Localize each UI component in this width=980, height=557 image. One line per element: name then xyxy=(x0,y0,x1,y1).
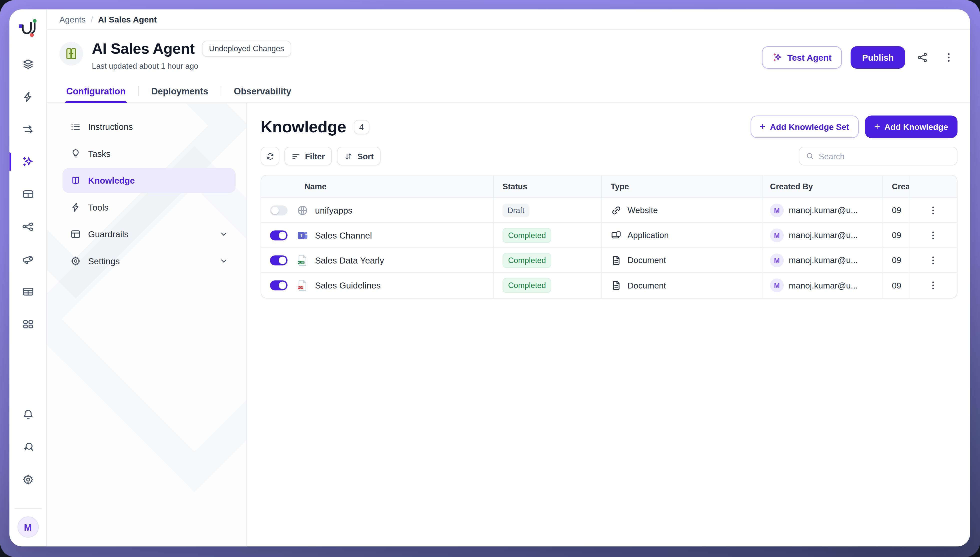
row-actions-kebab-icon[interactable] xyxy=(924,201,942,219)
column-header-name: Name xyxy=(261,176,494,197)
document-icon xyxy=(611,280,622,291)
breadcrumb-current: AI Sales Agent xyxy=(98,15,157,24)
user-avatar[interactable]: M xyxy=(17,516,39,538)
knowledge-name: unifyapps xyxy=(315,205,353,215)
panel-layout-icon[interactable] xyxy=(16,184,39,204)
table-row[interactable]: unifyapps Draft Website M xyxy=(261,198,957,223)
subnav-item-guardrails[interactable]: Guardrails xyxy=(62,222,236,247)
created-at-cell: 09 xyxy=(883,273,910,298)
megaphone-icon[interactable] xyxy=(16,249,39,269)
actions-cell xyxy=(910,223,957,248)
row-actions-kebab-icon[interactable] xyxy=(924,277,942,294)
search-box xyxy=(799,147,957,166)
layers-icon[interactable] xyxy=(16,54,39,75)
subnav-item-settings[interactable]: Settings xyxy=(62,249,236,274)
ai-agents-sparkle-icon[interactable] xyxy=(16,152,39,172)
type-label: Document xyxy=(627,281,666,290)
status-cell: Completed xyxy=(494,248,602,272)
breadcrumb-separator: / xyxy=(91,15,93,24)
search-input[interactable] xyxy=(819,151,951,161)
knowledge-name: Sales Guidelines xyxy=(315,280,381,290)
share-network-icon[interactable] xyxy=(16,217,39,237)
subnav-item-knowledge[interactable]: Knowledge xyxy=(62,168,236,193)
column-header-created-by: Created By xyxy=(763,176,883,197)
created-at-cell: 09 xyxy=(883,223,910,248)
add-knowledge-set-button[interactable]: + Add Knowledge Set xyxy=(750,116,859,138)
knowledge-enabled-toggle[interactable] xyxy=(270,255,287,265)
name-cell: XLSX Sales Data Yearly xyxy=(261,248,494,272)
link-icon xyxy=(611,205,622,216)
refresh-button[interactable] xyxy=(261,147,279,166)
knowledge-enabled-toggle[interactable] xyxy=(270,230,287,240)
desktop-backdrop: M Agents / AI Sales Agent xyxy=(0,0,980,557)
add-knowledge-button[interactable]: + Add Knowledge xyxy=(865,116,957,138)
creator-avatar: M xyxy=(770,253,784,267)
unifyapps-logo-icon[interactable] xyxy=(17,17,39,38)
application-icon xyxy=(611,230,622,241)
share-icon[interactable] xyxy=(914,49,931,66)
globe-icon xyxy=(296,204,309,216)
table-row[interactable]: PDF Sales Guidelines Completed Document xyxy=(261,273,957,298)
table-icon[interactable] xyxy=(16,282,39,302)
agent-icon xyxy=(59,42,83,66)
tab-deployments[interactable]: Deployments xyxy=(150,80,209,103)
created-by-cell: M manoj.kumar@u... xyxy=(763,223,883,248)
creator-email: manoj.kumar@u... xyxy=(789,256,858,265)
subnav-item-tools[interactable]: Tools xyxy=(62,195,236,220)
actions-cell xyxy=(910,273,957,298)
knowledge-toolbar: Filter Sort xyxy=(261,147,958,166)
filter-button[interactable]: Filter xyxy=(284,147,332,166)
subnav-label: Settings xyxy=(88,256,120,266)
page-title: AI Sales Agent xyxy=(92,40,195,57)
icon-rail: M xyxy=(10,10,47,547)
table-header-row: Name Status Type Created By Crea xyxy=(261,176,957,198)
subnav-item-instructions[interactable]: Instructions xyxy=(62,114,236,139)
main-column: Agents / AI Sales Agent xyxy=(47,10,970,547)
workflow-arrows-icon[interactable] xyxy=(16,119,39,139)
screenshot-stage: M Agents / AI Sales Agent xyxy=(0,0,980,557)
knowledge-enabled-toggle[interactable] xyxy=(270,205,287,215)
type-cell: Application xyxy=(602,223,763,248)
tab-divider xyxy=(221,86,222,96)
type-label: Document xyxy=(627,256,666,265)
more-options-kebab-icon[interactable] xyxy=(940,49,957,66)
tab-divider xyxy=(138,86,139,96)
gear-icon xyxy=(70,256,81,267)
name-cell: PDF Sales Guidelines xyxy=(261,273,494,298)
agent-tabs: Configuration Deployments Observability xyxy=(47,80,970,103)
plus-icon: + xyxy=(760,122,766,132)
breadcrumb-agents-link[interactable]: Agents xyxy=(59,15,86,24)
created-at-cell: 09 xyxy=(883,198,910,223)
config-subnav: Instructions Tasks Knowledge Tools xyxy=(47,103,247,547)
grid-table-icon xyxy=(70,228,81,240)
tab-observability[interactable]: Observability xyxy=(232,80,292,103)
table-row[interactable]: T Sales Channel Completed Application xyxy=(261,223,957,248)
creator-email: manoj.kumar@u... xyxy=(789,205,858,215)
xlsx-file-icon: XLSX xyxy=(296,254,309,266)
creator-avatar: M xyxy=(770,203,784,217)
refresh-icon xyxy=(265,151,275,161)
sort-button[interactable]: Sort xyxy=(337,147,381,166)
column-header-status: Status xyxy=(494,176,602,197)
publish-button[interactable]: Publish xyxy=(851,46,905,69)
bolt-icon[interactable] xyxy=(16,87,39,107)
table-row[interactable]: XLSX Sales Data Yearly Completed Documen xyxy=(261,248,957,273)
type-label: Application xyxy=(627,231,669,240)
bell-icon[interactable] xyxy=(16,405,39,425)
test-agent-button[interactable]: Test Agent xyxy=(762,46,842,69)
type-cell: Website xyxy=(602,198,763,223)
gear-icon[interactable] xyxy=(16,469,39,490)
tab-configuration[interactable]: Configuration xyxy=(65,80,127,103)
subnav-label: Knowledge xyxy=(88,176,135,186)
subnav-item-tasks[interactable]: Tasks xyxy=(62,141,236,166)
knowledge-enabled-toggle[interactable] xyxy=(270,280,287,290)
ai-search-icon[interactable] xyxy=(16,437,39,457)
actions-cell xyxy=(910,248,957,272)
apps-grid-icon[interactable] xyxy=(16,314,39,334)
open-book-icon xyxy=(70,175,81,186)
svg-text:PDF: PDF xyxy=(298,286,303,289)
row-actions-kebab-icon[interactable] xyxy=(924,251,942,269)
row-actions-kebab-icon[interactable] xyxy=(924,226,942,244)
knowledge-count-badge: 4 xyxy=(354,120,369,134)
status-cell: Draft xyxy=(494,198,602,223)
